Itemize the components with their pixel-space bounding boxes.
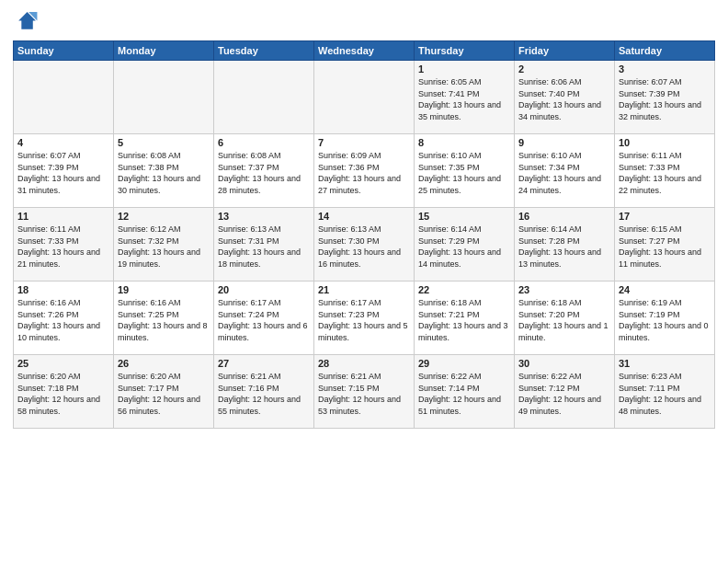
header <box>13 9 715 35</box>
day-number: 2 <box>518 63 610 75</box>
logo <box>13 9 42 35</box>
day-info: Sunrise: 6:06 AMSunset: 7:40 PMDaylight:… <box>518 76 610 122</box>
calendar-week-row: 1Sunrise: 6:05 AMSunset: 7:41 PMDaylight… <box>14 61 715 134</box>
calendar-day-cell: 6Sunrise: 6:08 AMSunset: 7:37 PMDaylight… <box>214 134 314 208</box>
calendar-day-cell <box>314 61 415 134</box>
calendar-day-cell: 15Sunrise: 6:14 AMSunset: 7:29 PMDayligh… <box>415 208 515 282</box>
day-info: Sunrise: 6:22 AMSunset: 7:12 PMDaylight:… <box>518 371 610 417</box>
calendar-week-row: 11Sunrise: 6:11 AMSunset: 7:33 PMDayligh… <box>14 208 715 282</box>
day-number: 10 <box>619 137 711 148</box>
calendar-table: SundayMondayTuesdayWednesdayThursdayFrid… <box>13 40 715 429</box>
calendar-day-cell: 14Sunrise: 6:13 AMSunset: 7:30 PMDayligh… <box>314 208 415 282</box>
calendar-container: SundayMondayTuesdayWednesdayThursdayFrid… <box>0 0 728 563</box>
calendar-day-cell: 9Sunrise: 6:10 AMSunset: 7:34 PMDaylight… <box>515 134 615 208</box>
weekday-header-cell: Wednesday <box>314 41 415 61</box>
day-number: 13 <box>218 211 310 222</box>
day-number: 15 <box>418 211 510 222</box>
day-info: Sunrise: 6:08 AMSunset: 7:38 PMDaylight:… <box>118 150 210 196</box>
calendar-day-cell: 24Sunrise: 6:19 AMSunset: 7:19 PMDayligh… <box>615 282 715 355</box>
day-info: Sunrise: 6:07 AMSunset: 7:39 PMDaylight:… <box>619 76 711 122</box>
calendar-day-cell: 28Sunrise: 6:21 AMSunset: 7:15 PMDayligh… <box>314 355 415 429</box>
calendar-day-cell <box>14 61 114 134</box>
day-number: 27 <box>218 358 310 369</box>
calendar-day-cell: 8Sunrise: 6:10 AMSunset: 7:35 PMDaylight… <box>415 134 515 208</box>
day-number: 31 <box>619 358 711 369</box>
calendar-day-cell: 11Sunrise: 6:11 AMSunset: 7:33 PMDayligh… <box>14 208 114 282</box>
day-number: 26 <box>118 358 210 369</box>
day-info: Sunrise: 6:20 AMSunset: 7:17 PMDaylight:… <box>118 371 210 417</box>
day-info: Sunrise: 6:07 AMSunset: 7:39 PMDaylight:… <box>17 150 109 196</box>
calendar-day-cell: 21Sunrise: 6:17 AMSunset: 7:23 PMDayligh… <box>314 282 415 355</box>
day-info: Sunrise: 6:18 AMSunset: 7:20 PMDaylight:… <box>518 297 610 343</box>
calendar-day-cell: 19Sunrise: 6:16 AMSunset: 7:25 PMDayligh… <box>114 282 214 355</box>
calendar-week-row: 25Sunrise: 6:20 AMSunset: 7:18 PMDayligh… <box>14 355 715 429</box>
calendar-day-cell: 25Sunrise: 6:20 AMSunset: 7:18 PMDayligh… <box>14 355 114 429</box>
weekday-header-cell: Thursday <box>415 41 515 61</box>
day-info: Sunrise: 6:17 AMSunset: 7:23 PMDaylight:… <box>318 297 410 343</box>
day-info: Sunrise: 6:13 AMSunset: 7:30 PMDaylight:… <box>318 224 410 270</box>
day-info: Sunrise: 6:13 AMSunset: 7:31 PMDaylight:… <box>218 224 310 270</box>
day-info: Sunrise: 6:09 AMSunset: 7:36 PMDaylight:… <box>318 150 410 196</box>
day-info: Sunrise: 6:16 AMSunset: 7:25 PMDaylight:… <box>118 297 210 343</box>
day-info: Sunrise: 6:14 AMSunset: 7:29 PMDaylight:… <box>418 224 510 270</box>
calendar-day-cell: 29Sunrise: 6:22 AMSunset: 7:14 PMDayligh… <box>415 355 515 429</box>
calendar-week-row: 18Sunrise: 6:16 AMSunset: 7:26 PMDayligh… <box>14 282 715 355</box>
day-number: 28 <box>318 358 410 369</box>
calendar-day-cell: 5Sunrise: 6:08 AMSunset: 7:38 PMDaylight… <box>114 134 214 208</box>
calendar-day-cell <box>214 61 314 134</box>
day-number: 23 <box>518 284 610 295</box>
day-info: Sunrise: 6:15 AMSunset: 7:27 PMDaylight:… <box>619 224 711 270</box>
day-number: 17 <box>619 211 711 222</box>
day-info: Sunrise: 6:21 AMSunset: 7:16 PMDaylight:… <box>218 371 310 417</box>
day-number: 12 <box>118 211 210 222</box>
calendar-day-cell: 2Sunrise: 6:06 AMSunset: 7:40 PMDaylight… <box>515 61 615 134</box>
calendar-day-cell <box>114 61 214 134</box>
day-number: 9 <box>518 137 610 148</box>
calendar-day-cell: 12Sunrise: 6:12 AMSunset: 7:32 PMDayligh… <box>114 208 214 282</box>
calendar-day-cell: 31Sunrise: 6:23 AMSunset: 7:11 PMDayligh… <box>615 355 715 429</box>
calendar-day-cell: 16Sunrise: 6:14 AMSunset: 7:28 PMDayligh… <box>515 208 615 282</box>
calendar-day-cell: 7Sunrise: 6:09 AMSunset: 7:36 PMDaylight… <box>314 134 415 208</box>
day-number: 22 <box>418 284 510 295</box>
day-info: Sunrise: 6:22 AMSunset: 7:14 PMDaylight:… <box>418 371 510 417</box>
day-number: 1 <box>418 63 510 75</box>
calendar-day-cell: 26Sunrise: 6:20 AMSunset: 7:17 PMDayligh… <box>114 355 214 429</box>
day-number: 21 <box>318 284 410 295</box>
day-number: 4 <box>17 137 109 148</box>
logo-icon <box>13 9 39 35</box>
weekday-header-cell: Tuesday <box>214 41 314 61</box>
calendar-day-cell: 18Sunrise: 6:16 AMSunset: 7:26 PMDayligh… <box>14 282 114 355</box>
day-info: Sunrise: 6:19 AMSunset: 7:19 PMDaylight:… <box>619 297 711 343</box>
day-number: 18 <box>17 284 109 295</box>
calendar-day-cell: 3Sunrise: 6:07 AMSunset: 7:39 PMDaylight… <box>615 61 715 134</box>
calendar-day-cell: 30Sunrise: 6:22 AMSunset: 7:12 PMDayligh… <box>515 355 615 429</box>
weekday-header-cell: Saturday <box>615 41 715 61</box>
day-number: 7 <box>318 137 410 148</box>
calendar-day-cell: 10Sunrise: 6:11 AMSunset: 7:33 PMDayligh… <box>615 134 715 208</box>
calendar-body: 1Sunrise: 6:05 AMSunset: 7:41 PMDaylight… <box>14 61 715 429</box>
day-number: 20 <box>218 284 310 295</box>
day-number: 11 <box>17 211 109 222</box>
weekday-header-cell: Friday <box>515 41 615 61</box>
day-number: 3 <box>619 63 711 75</box>
calendar-day-cell: 13Sunrise: 6:13 AMSunset: 7:31 PMDayligh… <box>214 208 314 282</box>
day-number: 25 <box>17 358 109 369</box>
day-number: 14 <box>318 211 410 222</box>
day-info: Sunrise: 6:14 AMSunset: 7:28 PMDaylight:… <box>518 224 610 270</box>
weekday-header-cell: Monday <box>114 41 214 61</box>
day-number: 6 <box>218 137 310 148</box>
day-number: 16 <box>518 211 610 222</box>
calendar-day-cell: 27Sunrise: 6:21 AMSunset: 7:16 PMDayligh… <box>214 355 314 429</box>
day-number: 8 <box>418 137 510 148</box>
day-number: 19 <box>118 284 210 295</box>
day-info: Sunrise: 6:18 AMSunset: 7:21 PMDaylight:… <box>418 297 510 343</box>
calendar-header: SundayMondayTuesdayWednesdayThursdayFrid… <box>14 41 715 61</box>
day-info: Sunrise: 6:10 AMSunset: 7:34 PMDaylight:… <box>518 150 610 196</box>
calendar-day-cell: 1Sunrise: 6:05 AMSunset: 7:41 PMDaylight… <box>415 61 515 134</box>
weekday-header-row: SundayMondayTuesdayWednesdayThursdayFrid… <box>14 41 715 61</box>
day-info: Sunrise: 6:12 AMSunset: 7:32 PMDaylight:… <box>118 224 210 270</box>
day-number: 5 <box>118 137 210 148</box>
day-info: Sunrise: 6:11 AMSunset: 7:33 PMDaylight:… <box>619 150 711 196</box>
day-number: 29 <box>418 358 510 369</box>
calendar-day-cell: 23Sunrise: 6:18 AMSunset: 7:20 PMDayligh… <box>515 282 615 355</box>
